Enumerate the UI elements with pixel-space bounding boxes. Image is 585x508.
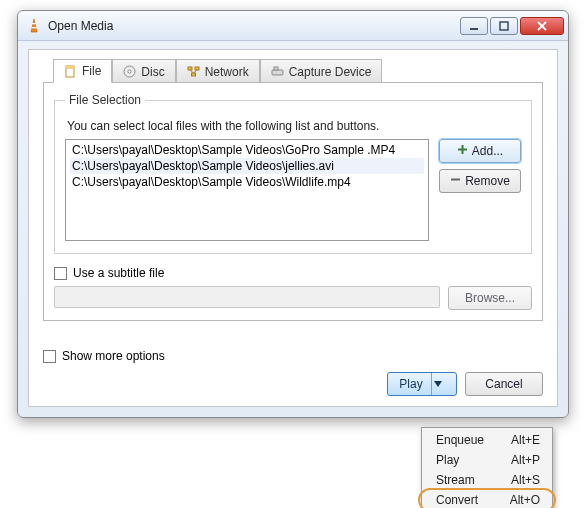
- play-dropdown-toggle[interactable]: [431, 373, 445, 395]
- play-dropdown-menu: Enqueue Alt+E Play Alt+P Stream Alt+S Co…: [421, 427, 553, 508]
- file-selection-hint: You can select local files with the foll…: [67, 119, 521, 133]
- close-button[interactable]: [520, 17, 564, 35]
- window-title: Open Media: [48, 18, 458, 33]
- play-split-button[interactable]: Play: [387, 372, 457, 396]
- menu-item-accel: Alt+O: [510, 493, 540, 507]
- menu-item-label: Stream: [436, 473, 475, 487]
- menu-item-accel: Alt+P: [511, 453, 540, 467]
- file-selection-group: File Selection You can select local file…: [54, 93, 532, 254]
- dialog-content: File Disc Network Capture Device File Se…: [28, 49, 558, 407]
- tab-disc[interactable]: Disc: [112, 59, 175, 83]
- menu-item-label: Convert: [436, 493, 478, 507]
- open-media-window: Open Media File Disc Network Capture Dev…: [17, 10, 569, 418]
- svg-rect-3: [470, 28, 478, 30]
- tab-capture[interactable]: Capture Device: [260, 59, 383, 83]
- show-more-row: Show more options: [43, 349, 543, 363]
- svg-rect-16: [272, 70, 283, 75]
- tab-network-label: Network: [205, 65, 249, 79]
- tab-file[interactable]: File: [53, 59, 112, 83]
- remove-button[interactable]: Remove: [439, 169, 521, 193]
- list-item[interactable]: C:\Users\payal\Desktop\Sample Videos\GoP…: [70, 142, 424, 158]
- svg-marker-0: [31, 19, 37, 32]
- chevron-down-icon: [434, 380, 442, 388]
- menu-item-label: Enqueue: [436, 433, 484, 447]
- file-selection-legend: File Selection: [65, 93, 145, 107]
- add-button-label: Add...: [472, 144, 503, 158]
- play-button-label: Play: [399, 377, 422, 391]
- capture-icon: [271, 65, 284, 78]
- tab-file-label: File: [82, 64, 101, 78]
- menu-item-play[interactable]: Play Alt+P: [422, 450, 552, 470]
- svg-point-10: [128, 70, 131, 73]
- plus-icon: [457, 144, 468, 158]
- minimize-button[interactable]: [460, 17, 488, 35]
- menu-item-stream[interactable]: Stream Alt+S: [422, 470, 552, 490]
- file-tab-page: File Selection You can select local file…: [43, 82, 543, 321]
- menu-item-convert[interactable]: Convert Alt+O: [422, 490, 552, 508]
- subtitle-row: Use a subtitle file: [54, 266, 532, 280]
- menu-item-accel: Alt+S: [511, 473, 540, 487]
- svg-rect-2: [31, 27, 36, 28]
- cancel-button[interactable]: Cancel: [465, 372, 543, 396]
- svg-rect-13: [191, 73, 195, 76]
- source-tabs: File Disc Network Capture Device: [53, 58, 543, 82]
- vlc-cone-icon: [26, 18, 42, 34]
- file-list[interactable]: C:\Users\payal\Desktop\Sample Videos\GoP…: [65, 139, 429, 241]
- svg-rect-11: [188, 67, 192, 70]
- svg-rect-1: [32, 23, 36, 24]
- subtitle-checkbox-label: Use a subtitle file: [73, 266, 164, 280]
- show-more-checkbox[interactable]: [43, 350, 56, 363]
- svg-rect-4: [500, 22, 508, 30]
- titlebar: Open Media: [18, 11, 568, 41]
- network-icon: [187, 65, 200, 78]
- subtitle-path-input: [54, 286, 440, 308]
- svg-rect-17: [274, 67, 278, 70]
- svg-rect-8: [66, 66, 74, 69]
- svg-rect-12: [195, 67, 199, 70]
- list-item[interactable]: C:\Users\payal\Desktop\Sample Videos\Wil…: [70, 174, 424, 190]
- show-more-label: Show more options: [62, 349, 165, 363]
- tab-network[interactable]: Network: [176, 59, 260, 83]
- browse-button: Browse...: [448, 286, 532, 310]
- menu-item-label: Play: [436, 453, 459, 467]
- menu-item-accel: Alt+E: [511, 433, 540, 447]
- remove-button-label: Remove: [465, 174, 510, 188]
- minus-icon: [450, 174, 461, 188]
- browse-button-label: Browse...: [465, 291, 515, 305]
- list-item[interactable]: C:\Users\payal\Desktop\Sample Videos\jel…: [70, 158, 424, 174]
- tab-disc-label: Disc: [141, 65, 164, 79]
- svg-marker-21: [434, 381, 442, 387]
- subtitle-checkbox[interactable]: [54, 267, 67, 280]
- tab-capture-label: Capture Device: [289, 65, 372, 79]
- add-button[interactable]: Add...: [439, 139, 521, 163]
- cancel-button-label: Cancel: [485, 377, 522, 391]
- menu-item-enqueue[interactable]: Enqueue Alt+E: [422, 430, 552, 450]
- file-icon: [64, 65, 77, 78]
- disc-icon: [123, 65, 136, 78]
- maximize-button[interactable]: [490, 17, 518, 35]
